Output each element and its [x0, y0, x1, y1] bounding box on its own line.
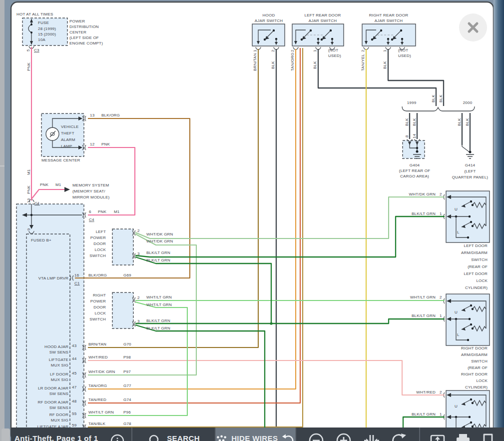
svg-text:2: 2 [137, 228, 140, 233]
svg-text:(REAR OF: (REAR OF [468, 264, 488, 269]
svg-text:RF DOOR AJAR: RF DOOR AJAR [37, 400, 68, 404]
svg-text:WHT/DK GRN: WHT/DK GRN [146, 239, 173, 244]
svg-text:(LEFT REAR OF: (LEFT REAR OF [399, 168, 430, 173]
svg-text:1: 1 [440, 212, 442, 216]
svg-text:BLK/ORG: BLK/ORG [88, 273, 107, 278]
svg-text:SW SENS: SW SENS [49, 350, 68, 354]
svg-text:M1: M1 [55, 182, 61, 187]
svg-text:SWITCH: SWITCH [471, 258, 488, 262]
svg-text:2: 2 [137, 296, 140, 300]
svg-text:13: 13 [26, 198, 31, 203]
svg-text:5: 5 [26, 49, 30, 52]
print-icon[interactable] [455, 432, 472, 441]
close-button[interactable] [459, 14, 487, 42]
svg-text:PNK: PNK [98, 210, 107, 214]
hide-wires-button[interactable]: HIDE WIRES [216, 428, 295, 441]
svg-text:13: 13 [90, 113, 95, 118]
svg-text:(MEMORY SEAT/: (MEMORY SEAT/ [72, 189, 105, 194]
svg-text:HOOD: HOOD [263, 13, 275, 18]
svg-text:LEFT REAR DOOR: LEFT REAR DOOR [305, 13, 341, 18]
svg-text:P98: P98 [123, 355, 131, 360]
svg-text:CARGO AREA): CARGO AREA) [400, 174, 429, 178]
info-icon [109, 432, 125, 441]
svg-text:BLK/LT GRN: BLK/LT GRN [146, 326, 170, 330]
svg-text:BLK: BLK [383, 61, 387, 69]
svg-text:BLK/ORG: BLK/ORG [101, 113, 120, 118]
svg-text:MUX SIG: MUX SIG [51, 418, 68, 422]
svg-text:2: 2 [290, 50, 295, 52]
fit-width-icon[interactable] [364, 432, 380, 441]
svg-text:47: 47 [72, 385, 77, 390]
zoom-in-icon[interactable] [336, 432, 352, 441]
right-power-door-lock-switch [112, 292, 135, 328]
svg-text:BLK: BLK [457, 118, 462, 126]
svg-text:6: 6 [89, 210, 91, 214]
left-power-door-lock-switch [112, 229, 135, 265]
svg-text:WHT/RED: WHT/RED [88, 355, 108, 360]
svg-text:POWER: POWER [90, 299, 106, 304]
svg-text:BLK: BLK [313, 61, 317, 69]
svg-text:(NOT: (NOT [398, 48, 408, 52]
output-controls [420, 428, 504, 441]
svg-text:C1: C1 [34, 201, 40, 206]
svg-text:(NOT: (NOT [328, 48, 338, 52]
svg-text:RF DOOR: RF DOOR [49, 412, 68, 417]
svg-text:MEMORY SYSTEM: MEMORY SYSTEM [72, 183, 109, 188]
svg-text:G70: G70 [123, 342, 131, 346]
svg-text:RIGHT REAR DOOR: RIGHT REAR DOOR [369, 13, 408, 18]
svg-text:CYLINDER): CYLINDER) [465, 385, 488, 390]
svg-text:(LEFT SIDE OF: (LEFT SIDE OF [69, 36, 99, 40]
svg-text:BLK/LT GRN: BLK/LT GRN [146, 318, 170, 323]
svg-text:G77: G77 [123, 384, 131, 388]
svg-text:BRN/TAN: BRN/TAN [253, 53, 257, 71]
search-label: SEARCH [167, 434, 200, 441]
svg-text:1: 1 [440, 412, 442, 416]
svg-text:LEFT: LEFT [96, 230, 106, 234]
svg-text:ENGINE COMPT): ENGINE COMPT) [69, 41, 103, 46]
svg-text:2: 2 [440, 390, 442, 394]
svg-text:55: 55 [72, 412, 77, 416]
wires-dots-icon [216, 432, 227, 441]
svg-text:LEFT DOOR: LEFT DOOR [464, 244, 488, 248]
svg-text:BRN/TAN: BRN/TAN [88, 342, 106, 346]
ground-g404 [403, 139, 425, 158]
svg-text:LIFTGATE: LIFTGATE [49, 358, 68, 362]
search-button[interactable]: SEARCH [132, 428, 215, 441]
svg-text:WHT/DK GRN: WHT/DK GRN [409, 192, 436, 196]
bottom-left-tab[interactable] [1, 428, 10, 441]
svg-text:MIRROR MODULE): MIRROR MODULE) [72, 195, 109, 200]
svg-text:CENTER: CENTER [69, 30, 86, 34]
svg-text:LOCK: LOCK [94, 248, 106, 252]
svg-text:44: 44 [72, 356, 77, 361]
svg-text:G404: G404 [410, 163, 420, 168]
svg-text:LOCK: LOCK [94, 311, 106, 316]
svg-text:THEFT: THEFT [61, 131, 74, 136]
svg-text:DOOR: DOOR [93, 305, 106, 310]
svg-text:BLK/LT GRN: BLK/LT GRN [412, 412, 436, 416]
svg-text:RIGHT DOOR: RIGHT DOOR [461, 346, 488, 350]
svg-text:ARM/DISARM: ARM/DISARM [461, 250, 488, 255]
page-info-button[interactable]: Anti-Theft, Page 1 of 1 [11, 428, 131, 441]
svg-text:P96: P96 [123, 410, 131, 414]
svg-text:2: 2 [361, 50, 365, 52]
svg-text:U: U [455, 310, 458, 314]
svg-text:TAN/YEL: TAN/YEL [361, 54, 365, 71]
diagram-canvas[interactable]: HOT AT ALL TIMES FUSE 28 (1999) 15 (2000… [0, 0, 504, 441]
zoom-out-icon[interactable] [308, 432, 324, 441]
svg-text:M1: M1 [26, 169, 31, 175]
svg-text:G414: G414 [465, 163, 476, 168]
svg-text:FUSED B+: FUSED B+ [31, 238, 51, 242]
svg-text:AJAR SWITCH: AJAR SWITCH [255, 18, 283, 23]
svg-text:L: L [457, 332, 460, 337]
right-rear-door-ajar-switch [362, 24, 416, 50]
svg-text:SW SENS: SW SENS [49, 406, 68, 410]
svg-text:U: U [455, 207, 458, 212]
bookmark-icon[interactable] [481, 432, 496, 441]
svg-text:C4: C4 [89, 218, 94, 222]
undo-icon[interactable] [282, 432, 295, 441]
rotate-icon[interactable] [391, 432, 407, 441]
svg-text:SWITCH: SWITCH [89, 317, 106, 322]
export-icon[interactable] [429, 432, 446, 441]
svg-text:2: 2 [271, 50, 275, 52]
svg-text:1999: 1999 [407, 100, 417, 105]
